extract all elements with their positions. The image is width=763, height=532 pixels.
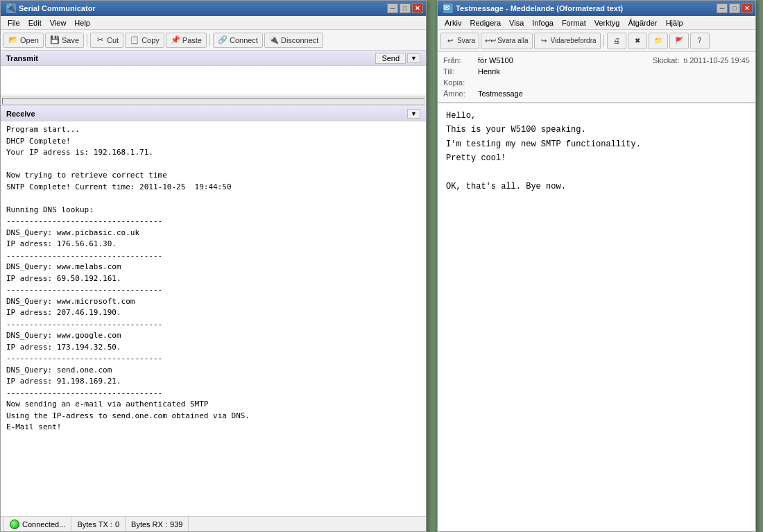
bytes-tx-label: Bytes TX : (77, 520, 112, 529)
sent-label: Skickat: ti 2011-10-25 19:45 (653, 56, 750, 65)
print-icon: 🖨 (611, 35, 622, 46)
flag-icon: 🚩 (674, 35, 685, 46)
bytes-rx-value: 939 (170, 520, 182, 529)
from-row: Från: för W5100 Skickat: ti 2011-10-25 1… (443, 55, 750, 66)
serial-communicator-window: 🔌 Serial Communicator ─ □ ✕ File Edit Vi… (0, 0, 427, 532)
email-body-wrapper: Hello, This is your W5100 speaking. I'm … (438, 103, 755, 531)
serial-window-controls: ─ □ ✕ (387, 3, 423, 13)
transmit-header: Transmit Send ▼ (1, 51, 426, 66)
email-titlebar-title: ✉ Testmessage - Meddelande (Oformaterad … (443, 3, 623, 13)
print-button[interactable]: 🖨 (607, 33, 626, 49)
paste-button[interactable]: 📌 Paste (166, 33, 207, 48)
save-icon: 💾 (50, 35, 60, 45)
send-button[interactable]: Send (375, 53, 406, 64)
paste-icon: 📌 (171, 35, 180, 45)
serial-menu-help[interactable]: Help (70, 18, 94, 28)
open-icon: 📂 (8, 35, 18, 45)
serial-status-bar: Connected... Bytes TX : 0 Bytes RX : 939 (1, 516, 426, 531)
connection-indicator (10, 520, 19, 529)
delete-button[interactable]: ✖ (628, 33, 647, 49)
email-menu-hjalp[interactable]: Hjälp (662, 18, 687, 28)
cc-row: Kopia: (443, 77, 750, 88)
serial-close-button[interactable]: ✕ (412, 3, 423, 13)
vidarebefordra-button[interactable]: ↪ Vidarebefordra (534, 33, 601, 49)
subject-row: Ämne: Testmessage (443, 88, 750, 99)
toolbar-sep-2 (209, 34, 210, 46)
email-menu-bar: Arkiv Redigera Visa Infoga Format Verkty… (438, 16, 755, 30)
serial-titlebar-title: 🔌 Serial Communicator (6, 3, 96, 13)
svara-alla-icon: ↩↩ (485, 35, 496, 46)
email-window: ✉ Testmessage - Meddelande (Oformaterad … (437, 0, 756, 532)
transmit-input[interactable] (1, 66, 426, 94)
email-title-text: Testmessage - Meddelande (Oformaterad te… (456, 4, 623, 12)
serial-menu-view[interactable]: View (46, 18, 71, 28)
bytes-rx-segment: Bytes RX : 939 (126, 517, 189, 531)
cut-icon: ✂ (95, 35, 105, 45)
receive-panel: Receive ▼ Program start... DHCP Complete… (1, 106, 426, 516)
move-button[interactable]: 📁 (649, 33, 668, 49)
svara-icon: ↩ (445, 35, 456, 46)
cut-button[interactable]: ✂ Cut (90, 33, 123, 48)
connection-status-text: Connected... (22, 520, 65, 529)
email-menu-visa[interactable]: Visa (505, 18, 528, 28)
receive-content: Program start... DHCP Complete! Your IP … (6, 124, 420, 434)
serial-toolbar: 📂 Open 💾 Save ✂ Cut 📋 Copy 📌 Paste 🔗 Con… (1, 30, 426, 51)
svara-button[interactable]: ↩ Svara (440, 33, 479, 49)
email-body-content: Hello, This is your W5100 speaking. I'm … (446, 109, 747, 194)
email-menu-arkiv[interactable]: Arkiv (440, 18, 465, 28)
copy-icon: 📋 (130, 35, 139, 45)
subject-label: Ämne: (443, 89, 478, 98)
disconnect-icon: 🔌 (269, 35, 279, 45)
email-menu-redigera[interactable]: Redigera (465, 18, 505, 28)
email-window-controls: ─ □ ✕ (717, 3, 753, 13)
transmit-h-scrollbar[interactable] (1, 96, 426, 105)
receive-wrapper: Program start... DHCP Complete! Your IP … (1, 121, 426, 516)
serial-title-text: Serial Communicator (19, 4, 96, 12)
email-close-button[interactable]: ✕ (741, 3, 753, 13)
receive-label: Receive (6, 110, 35, 118)
email-app-icon: ✉ (443, 3, 453, 13)
transmit-scroll-track[interactable] (2, 98, 425, 105)
email-minimize-button[interactable]: ─ (717, 3, 728, 13)
serial-minimize-button[interactable]: ─ (387, 3, 398, 13)
serial-titlebar: 🔌 Serial Communicator ─ □ ✕ (1, 1, 426, 16)
email-header-fields: Från: för W5100 Skickat: ti 2011-10-25 1… (438, 52, 755, 103)
open-button[interactable]: 📂 Open (3, 33, 44, 48)
move-icon: 📁 (653, 35, 664, 46)
flag-button[interactable]: 🚩 (669, 33, 689, 49)
subject-value: Testmessage (478, 89, 523, 98)
serial-app-icon: 🔌 (6, 3, 16, 13)
serial-menu-file[interactable]: File (3, 18, 24, 28)
svara-alla-button[interactable]: ↩↩ Svara alla (481, 33, 532, 49)
bytes-tx-value: 0 (115, 520, 119, 529)
to-label: Till: (443, 67, 478, 76)
serial-menu-edit[interactable]: Edit (24, 18, 46, 28)
save-button[interactable]: 💾 Save (45, 33, 84, 48)
serial-maximize-button[interactable]: □ (400, 3, 411, 13)
email-menu-verktyg[interactable]: Verktyg (590, 18, 624, 28)
email-titlebar: ✉ Testmessage - Meddelande (Oformaterad … (438, 1, 755, 16)
receive-controls: ▼ (407, 109, 420, 119)
serial-menu-bar: File Edit View Help (1, 16, 426, 30)
email-body[interactable]: Hello, This is your W5100 speaking. I'm … (438, 103, 755, 531)
vidarebefordra-icon: ↪ (538, 35, 549, 46)
help-button[interactable]: ? (690, 33, 710, 49)
disconnect-button[interactable]: 🔌 Disconnect (264, 33, 323, 48)
help-icon: ? (694, 35, 705, 46)
transmit-controls: Send ▼ (375, 53, 420, 64)
receive-dropdown-button[interactable]: ▼ (407, 109, 420, 119)
email-toolbar: ↩ Svara ↩↩ Svara alla ↪ Vidarebefordra 🖨… (438, 30, 755, 52)
receive-text-area[interactable]: Program start... DHCP Complete! Your IP … (1, 121, 426, 516)
email-maximize-button[interactable]: □ (729, 3, 740, 13)
receive-header: Receive ▼ (1, 106, 426, 121)
email-menu-format[interactable]: Format (558, 18, 590, 28)
to-row: Till: Henrik (443, 66, 750, 77)
email-menu-infoga[interactable]: Infoga (528, 18, 558, 28)
send-dropdown-button[interactable]: ▼ (407, 53, 420, 63)
copy-button[interactable]: 📋 Copy (125, 33, 164, 48)
cc-label: Kopia: (443, 78, 478, 87)
from-value: för W5100 (478, 56, 513, 65)
connect-button[interactable]: 🔗 Connect (213, 33, 263, 48)
email-menu-atgarder[interactable]: Åtgärder (624, 18, 661, 28)
transmit-label: Transmit (6, 54, 38, 62)
